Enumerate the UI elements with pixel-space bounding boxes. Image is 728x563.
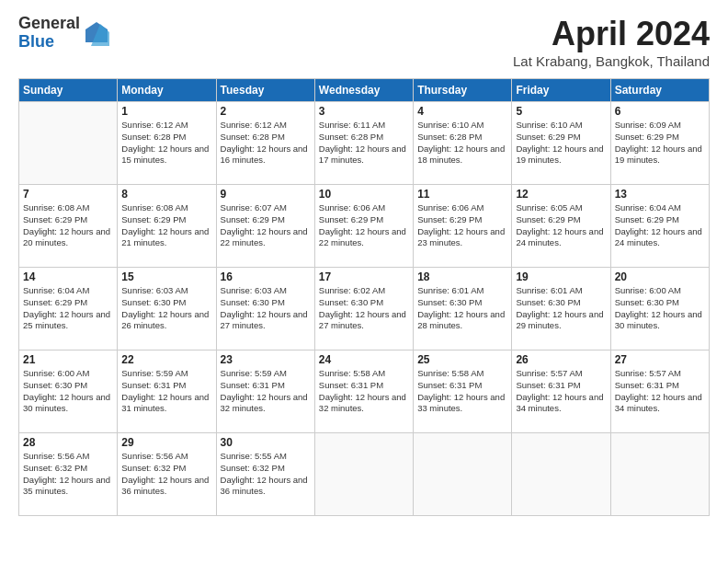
logo-general-text: General	[18, 15, 80, 33]
day-number: 18	[417, 270, 507, 283]
day-info: Sunrise: 5:56 AMSunset: 6:32 PMDaylight:…	[23, 451, 113, 498]
day-info: Sunrise: 6:07 AMSunset: 6:29 PMDaylight:…	[221, 202, 311, 249]
header: General Blue April 2024 Lat Krabang, Ban…	[18, 15, 710, 69]
col-header-monday: Monday	[118, 79, 216, 102]
calendar-cell-w2d3: 17Sunrise: 6:02 AMSunset: 6:30 PMDayligh…	[314, 268, 413, 350]
col-header-sunday: Sunday	[19, 79, 118, 102]
calendar-cell-w2d2: 16Sunrise: 6:03 AMSunset: 6:30 PMDayligh…	[216, 268, 314, 350]
day-info: Sunrise: 6:06 AMSunset: 6:29 PMDaylight:…	[319, 202, 409, 249]
day-number: 29	[121, 436, 211, 449]
day-number: 12	[516, 188, 606, 201]
col-header-wednesday: Wednesday	[314, 79, 413, 102]
day-info: Sunrise: 6:01 AMSunset: 6:30 PMDaylight:…	[417, 285, 507, 332]
day-info: Sunrise: 5:57 AMSunset: 6:31 PMDaylight:…	[516, 368, 606, 415]
day-info: Sunrise: 6:08 AMSunset: 6:29 PMDaylight:…	[121, 202, 211, 249]
location-title: Lat Krabang, Bangkok, Thailand	[513, 53, 710, 69]
day-number: 30	[221, 436, 311, 449]
day-info: Sunrise: 6:05 AMSunset: 6:29 PMDaylight:…	[516, 202, 606, 249]
calendar-cell-w1d0: 7Sunrise: 6:08 AMSunset: 6:29 PMDaylight…	[19, 185, 118, 268]
col-header-friday: Friday	[512, 79, 610, 102]
day-number: 9	[221, 188, 311, 201]
day-info: Sunrise: 6:08 AMSunset: 6:29 PMDaylight:…	[23, 202, 113, 249]
day-info: Sunrise: 6:06 AMSunset: 6:29 PMDaylight:…	[417, 202, 507, 249]
day-info: Sunrise: 6:12 AMSunset: 6:28 PMDaylight:…	[221, 120, 311, 167]
calendar-cell-w2d5: 19Sunrise: 6:01 AMSunset: 6:30 PMDayligh…	[512, 268, 610, 350]
day-info: Sunrise: 6:04 AMSunset: 6:29 PMDaylight:…	[615, 202, 705, 249]
month-title: April 2024	[513, 15, 710, 53]
calendar-cell-w4d2: 30Sunrise: 5:55 AMSunset: 6:32 PMDayligh…	[216, 433, 314, 516]
day-info: Sunrise: 6:00 AMSunset: 6:30 PMDaylight:…	[615, 285, 705, 332]
calendar-cell-w4d5	[512, 433, 610, 516]
day-number: 23	[221, 353, 311, 366]
calendar-cell-w0d0	[19, 102, 118, 185]
day-info: Sunrise: 5:55 AMSunset: 6:32 PMDaylight:…	[221, 451, 311, 498]
calendar-header: SundayMondayTuesdayWednesdayThursdayFrid…	[19, 79, 710, 102]
day-number: 17	[319, 270, 409, 283]
calendar-cell-w2d6: 20Sunrise: 6:00 AMSunset: 6:30 PMDayligh…	[610, 268, 709, 350]
day-number: 10	[319, 188, 409, 201]
day-info: Sunrise: 5:58 AMSunset: 6:31 PMDaylight:…	[417, 368, 507, 415]
day-number: 26	[516, 353, 606, 366]
calendar-body: 1Sunrise: 6:12 AMSunset: 6:28 PMDaylight…	[19, 102, 710, 516]
calendar-cell-w1d2: 9Sunrise: 6:07 AMSunset: 6:29 PMDaylight…	[216, 185, 314, 268]
calendar-cell-w2d0: 14Sunrise: 6:04 AMSunset: 6:29 PMDayligh…	[19, 268, 118, 350]
logo-blue-text: Blue	[18, 33, 80, 52]
calendar-cell-w3d6: 27Sunrise: 5:57 AMSunset: 6:31 PMDayligh…	[610, 350, 709, 433]
day-number: 8	[121, 188, 211, 201]
calendar-cell-w4d3	[314, 433, 413, 516]
calendar-cell-w4d4	[414, 433, 512, 516]
calendar-cell-w1d6: 13Sunrise: 6:04 AMSunset: 6:29 PMDayligh…	[610, 185, 709, 268]
day-info: Sunrise: 5:56 AMSunset: 6:32 PMDaylight:…	[121, 451, 211, 498]
day-info: Sunrise: 6:11 AMSunset: 6:28 PMDaylight:…	[319, 120, 409, 167]
col-header-tuesday: Tuesday	[216, 79, 314, 102]
day-number: 3	[319, 105, 409, 118]
day-number: 20	[615, 270, 705, 283]
day-info: Sunrise: 6:01 AMSunset: 6:30 PMDaylight:…	[516, 285, 606, 332]
day-number: 7	[23, 188, 113, 201]
day-info: Sunrise: 5:58 AMSunset: 6:31 PMDaylight:…	[319, 368, 409, 415]
calendar-cell-w1d4: 11Sunrise: 6:06 AMSunset: 6:29 PMDayligh…	[414, 185, 512, 268]
day-number: 5	[516, 105, 606, 118]
day-number: 28	[23, 436, 113, 449]
day-number: 15	[121, 270, 211, 283]
calendar-cell-w3d0: 21Sunrise: 6:00 AMSunset: 6:30 PMDayligh…	[19, 350, 118, 433]
day-number: 1	[121, 105, 211, 118]
calendar-cell-w1d1: 8Sunrise: 6:08 AMSunset: 6:29 PMDaylight…	[118, 185, 216, 268]
day-number: 27	[615, 353, 705, 366]
calendar-cell-w3d5: 26Sunrise: 5:57 AMSunset: 6:31 PMDayligh…	[512, 350, 610, 433]
day-info: Sunrise: 6:00 AMSunset: 6:30 PMDaylight:…	[23, 368, 113, 415]
day-number: 24	[319, 353, 409, 366]
calendar-cell-w3d3: 24Sunrise: 5:58 AMSunset: 6:31 PMDayligh…	[314, 350, 413, 433]
day-info: Sunrise: 6:10 AMSunset: 6:28 PMDaylight:…	[417, 120, 507, 167]
calendar-cell-w4d1: 29Sunrise: 5:56 AMSunset: 6:32 PMDayligh…	[118, 433, 216, 516]
day-info: Sunrise: 6:12 AMSunset: 6:28 PMDaylight:…	[121, 120, 211, 167]
col-header-saturday: Saturday	[610, 79, 709, 102]
day-number: 11	[417, 188, 507, 201]
day-info: Sunrise: 6:03 AMSunset: 6:30 PMDaylight:…	[221, 285, 311, 332]
day-number: 21	[23, 353, 113, 366]
calendar-cell-w3d2: 23Sunrise: 5:59 AMSunset: 6:31 PMDayligh…	[216, 350, 314, 433]
logo-icon	[84, 20, 109, 46]
day-info: Sunrise: 6:03 AMSunset: 6:30 PMDaylight:…	[121, 285, 211, 332]
day-number: 14	[23, 270, 113, 283]
calendar-cell-w4d0: 28Sunrise: 5:56 AMSunset: 6:32 PMDayligh…	[19, 433, 118, 516]
calendar-cell-w4d6	[610, 433, 709, 516]
title-area: April 2024 Lat Krabang, Bangkok, Thailan…	[513, 15, 710, 69]
calendar-cell-w0d6: 6Sunrise: 6:09 AMSunset: 6:29 PMDaylight…	[610, 102, 709, 185]
calendar-cell-w1d5: 12Sunrise: 6:05 AMSunset: 6:29 PMDayligh…	[512, 185, 610, 268]
calendar-cell-w0d4: 4Sunrise: 6:10 AMSunset: 6:28 PMDaylight…	[414, 102, 512, 185]
logo: General Blue	[18, 15, 109, 52]
day-number: 13	[615, 188, 705, 201]
day-number: 25	[417, 353, 507, 366]
calendar-cell-w0d2: 2Sunrise: 6:12 AMSunset: 6:28 PMDaylight…	[216, 102, 314, 185]
calendar-cell-w0d3: 3Sunrise: 6:11 AMSunset: 6:28 PMDaylight…	[314, 102, 413, 185]
calendar-cell-w1d3: 10Sunrise: 6:06 AMSunset: 6:29 PMDayligh…	[314, 185, 413, 268]
day-info: Sunrise: 5:59 AMSunset: 6:31 PMDaylight:…	[221, 368, 311, 415]
day-info: Sunrise: 6:10 AMSunset: 6:29 PMDaylight:…	[516, 120, 606, 167]
day-info: Sunrise: 5:57 AMSunset: 6:31 PMDaylight:…	[615, 368, 705, 415]
calendar-table: SundayMondayTuesdayWednesdayThursdayFrid…	[18, 78, 710, 516]
day-info: Sunrise: 6:04 AMSunset: 6:29 PMDaylight:…	[23, 285, 113, 332]
col-header-thursday: Thursday	[414, 79, 512, 102]
day-number: 4	[417, 105, 507, 118]
calendar-cell-w2d1: 15Sunrise: 6:03 AMSunset: 6:30 PMDayligh…	[118, 268, 216, 350]
